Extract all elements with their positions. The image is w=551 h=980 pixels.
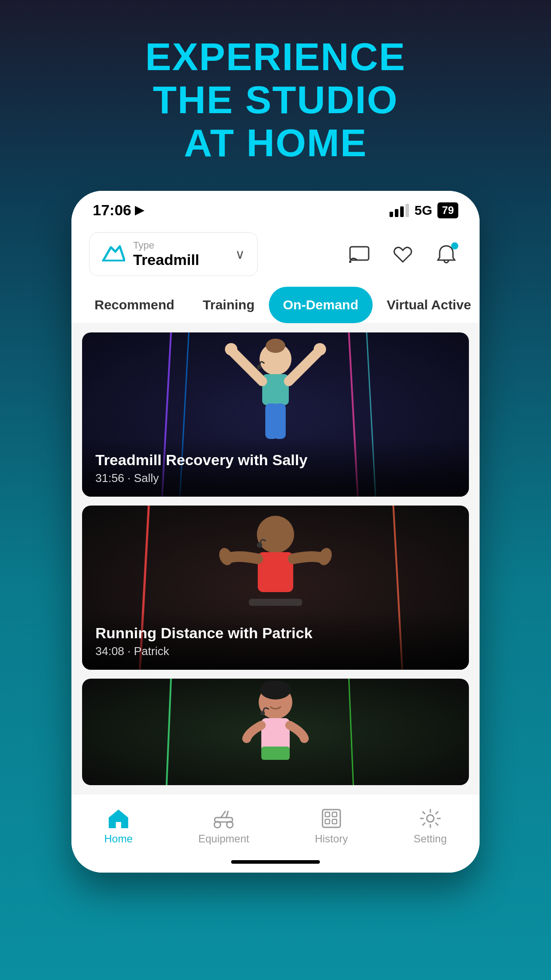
- home-bar: [231, 860, 320, 864]
- history-icon: [320, 808, 343, 829]
- status-time: 17:06 ▶: [93, 202, 144, 219]
- chevron-down-icon[interactable]: ∨: [235, 246, 245, 262]
- notification-dot: [451, 242, 458, 249]
- svg-rect-0: [390, 212, 393, 217]
- person-silhouette-2: [213, 510, 338, 652]
- svg-rect-22: [258, 552, 293, 592]
- location-icon: ▶: [135, 203, 144, 217]
- favorites-button[interactable]: [387, 239, 418, 270]
- nav-history[interactable]: History: [302, 803, 362, 850]
- brand-logo: [102, 244, 125, 265]
- equipment-icon: [212, 808, 235, 829]
- nav-setting-label: Setting: [413, 833, 447, 845]
- person-silhouette-1: [218, 337, 333, 474]
- video-card-3[interactable]: [82, 679, 469, 785]
- svg-rect-1: [395, 209, 398, 217]
- person-silhouette-3: [222, 681, 329, 783]
- svg-rect-2: [400, 206, 404, 217]
- cast-button[interactable]: [344, 239, 375, 270]
- nav-home[interactable]: Home: [91, 803, 146, 850]
- home-indicator: [71, 854, 480, 873]
- setting-icon: [419, 808, 442, 829]
- svg-point-26: [257, 542, 262, 548]
- svg-rect-32: [261, 747, 290, 760]
- svg-line-28: [349, 679, 353, 785]
- video-card-1[interactable]: Treadmill Recovery with Sally 31:56 · Sa…: [82, 332, 469, 497]
- svg-rect-17: [273, 403, 286, 439]
- svg-point-30: [260, 681, 291, 699]
- tab-training[interactable]: Training: [189, 287, 269, 323]
- svg-point-23: [217, 546, 235, 567]
- hero-section: EXPERIENCE THE STUDIO AT HOME: [145, 0, 405, 164]
- signal-icon: [390, 204, 409, 217]
- svg-rect-41: [332, 819, 337, 824]
- svg-line-27: [166, 679, 171, 785]
- tab-recommend[interactable]: Recommend: [80, 287, 189, 323]
- svg-rect-3: [405, 204, 409, 217]
- phone-frame: 17:06 ▶ 5G 79 Type: [71, 191, 480, 873]
- bottom-nav: Home Equipment History: [71, 794, 480, 854]
- type-selector[interactable]: Type Treadmill ∨: [89, 232, 258, 276]
- top-bar: Type Treadmill ∨: [71, 223, 480, 287]
- svg-rect-40: [325, 819, 330, 824]
- svg-point-42: [427, 815, 434, 822]
- svg-rect-39: [332, 812, 337, 817]
- svg-point-18: [257, 365, 261, 369]
- video-card-2[interactable]: Running Distance with Patrick 34:08 · Pa…: [82, 506, 469, 670]
- battery-badge: 79: [437, 202, 458, 218]
- svg-point-21: [257, 516, 294, 553]
- hero-text: EXPERIENCE THE STUDIO AT HOME: [145, 36, 405, 164]
- svg-point-33: [260, 711, 265, 715]
- tab-virtual-active[interactable]: Virtual Active: [373, 287, 480, 323]
- nav-equipment-label: Equipment: [198, 833, 249, 845]
- svg-point-15: [314, 343, 326, 356]
- nav-history-label: History: [315, 833, 348, 845]
- home-icon: [107, 808, 130, 829]
- tab-bar: Recommend Training On-Demand Virtual Act…: [71, 287, 480, 324]
- nav-home-label: Home: [104, 833, 133, 845]
- svg-point-6: [349, 261, 351, 263]
- top-icons: [344, 239, 462, 270]
- svg-rect-25: [249, 599, 302, 606]
- tab-on-demand[interactable]: On-Demand: [269, 287, 373, 323]
- svg-point-24: [316, 546, 334, 567]
- type-label: Type: [133, 240, 227, 251]
- network-label: 5G: [414, 203, 432, 218]
- nav-equipment[interactable]: Equipment: [185, 803, 263, 850]
- type-value: Treadmill: [133, 251, 199, 268]
- svg-point-12: [266, 339, 285, 353]
- status-bar: 17:06 ▶ 5G 79: [71, 191, 480, 223]
- notifications-button[interactable]: [431, 239, 462, 270]
- svg-rect-38: [325, 812, 330, 817]
- status-right: 5G 79: [390, 202, 458, 218]
- type-inner: Type Treadmill: [133, 240, 227, 269]
- content-list: Treadmill Recovery with Sally 31:56 · Sa…: [71, 324, 480, 794]
- nav-setting[interactable]: Setting: [400, 803, 460, 850]
- svg-point-14: [225, 343, 237, 356]
